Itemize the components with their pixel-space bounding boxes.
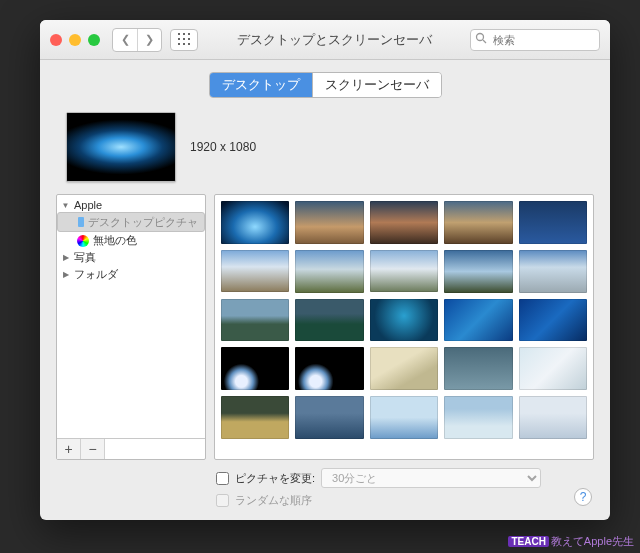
svg-rect-7 [183,43,185,45]
minimize-icon[interactable] [69,34,81,46]
tree-item[interactable]: 無地の色 [57,232,205,249]
wallpaper-thumbnail[interactable] [295,299,363,342]
tree-item[interactable]: ▶フォルダ [57,266,205,283]
random-order-label: ランダムな順序 [235,493,312,508]
traffic-lights [50,34,100,46]
tab-bar: デスクトップ スクリーンセーバ [56,72,594,98]
svg-rect-1 [183,33,185,35]
close-icon[interactable] [50,34,62,46]
tree-item[interactable]: デスクトップピクチャ [57,212,205,232]
random-order-row: ランダムな順序 [216,493,594,508]
wallpaper-preview [66,112,176,182]
zoom-icon[interactable] [88,34,100,46]
wallpaper-thumbnail[interactable] [295,250,363,293]
tab-screensaver[interactable]: スクリーンセーバ [312,73,441,97]
random-order-checkbox[interactable] [216,494,229,507]
wallpaper-thumbnail[interactable] [295,347,363,390]
svg-rect-3 [178,38,180,40]
watermark-text: 教えてApple先生 [551,535,634,547]
wallpaper-thumbnail[interactable] [519,347,587,390]
options-area: ピクチャを変更: 30分ごと ランダムな順序 [56,460,594,508]
disclosure-triangle-icon: ▼ [61,201,70,210]
titlebar: ❮ ❯ デスクトップとスクリーンセーバ [40,20,610,60]
wallpaper-thumbnail[interactable] [444,201,512,244]
wallpaper-thumbnail[interactable] [221,201,289,244]
folder-icon [78,217,84,227]
tree-item[interactable]: ▼Apple [57,198,205,212]
wallpaper-thumbnail[interactable] [519,250,587,293]
wallpaper-thumbnail[interactable] [519,201,587,244]
disclosure-triangle-icon: ▶ [61,270,70,279]
svg-line-10 [483,40,486,43]
wallpaper-thumbnail[interactable] [370,396,438,439]
show-all-button[interactable] [170,29,198,51]
disclosure-triangle-icon: ▶ [61,253,70,262]
change-picture-checkbox[interactable] [216,472,229,485]
svg-rect-5 [188,38,190,40]
preferences-window: ❮ ❯ デスクトップとスクリーンセーバ デスクトップ スクリーンセーバ [40,20,610,520]
change-picture-row: ピクチャを変更: 30分ごと [216,468,594,488]
grid-icon [178,33,190,47]
wallpaper-thumbnail[interactable] [444,299,512,342]
wallpaper-thumbnail[interactable] [519,396,587,439]
tree-item[interactable]: ▶写真 [57,249,205,266]
wallpaper-thumbnail[interactable] [221,347,289,390]
wallpaper-thumbnail[interactable] [221,396,289,439]
wallpaper-preview-image [67,113,175,181]
svg-rect-0 [178,33,180,35]
wallpaper-thumbnail[interactable] [370,347,438,390]
svg-rect-8 [188,43,190,45]
tree-item-label: フォルダ [74,267,118,282]
main-area: ▼Appleデスクトップピクチャ無地の色▶写真▶フォルダ + − [56,194,594,460]
remove-folder-button[interactable]: − [81,439,105,459]
search-icon [475,32,487,47]
wallpaper-thumbnail[interactable] [444,347,512,390]
thumbnail-grid [221,201,587,439]
change-interval-select[interactable]: 30分ごと [321,468,541,488]
back-button[interactable]: ❮ [113,29,137,51]
wallpaper-thumbnail[interactable] [221,250,289,293]
thumbnail-area [214,194,594,460]
forward-button[interactable]: ❯ [137,29,161,51]
svg-rect-4 [183,38,185,40]
wallpaper-thumbnail[interactable] [519,299,587,342]
source-tree[interactable]: ▼Appleデスクトップピクチャ無地の色▶写真▶フォルダ [57,195,205,438]
resolution-label: 1920 x 1080 [190,140,256,154]
colorwheel-icon [77,235,89,247]
search-wrap [470,29,600,51]
tab-desktop[interactable]: デスクトップ [210,73,312,97]
window-body: デスクトップ スクリーンセーバ 1920 x 1080 ▼Appleデスクトップ… [40,60,610,520]
wallpaper-thumbnail[interactable] [444,396,512,439]
nav-buttons: ❮ ❯ [112,28,162,52]
add-folder-button[interactable]: + [57,439,81,459]
tree-item-label: Apple [74,199,102,211]
source-sidebar: ▼Appleデスクトップピクチャ無地の色▶写真▶フォルダ + − [56,194,206,460]
change-picture-label: ピクチャを変更: [235,471,315,486]
help-button[interactable]: ? [574,488,592,506]
svg-rect-6 [178,43,180,45]
watermark: TEACH教えてApple先生 [508,534,634,549]
preview-row: 1920 x 1080 [56,112,594,194]
segmented-control: デスクトップ スクリーンセーバ [209,72,442,98]
wallpaper-thumbnail[interactable] [370,299,438,342]
wallpaper-thumbnail[interactable] [444,250,512,293]
window-title: デスクトップとスクリーンセーバ [206,31,462,49]
watermark-tag: TEACH [508,536,548,547]
search-input[interactable] [470,29,600,51]
svg-point-9 [477,33,484,40]
wallpaper-thumbnail[interactable] [370,201,438,244]
add-remove-bar: + − [57,438,205,459]
tree-item-label: 写真 [74,250,96,265]
wallpaper-thumbnail[interactable] [295,201,363,244]
svg-rect-2 [188,33,190,35]
wallpaper-thumbnail[interactable] [295,396,363,439]
wallpaper-thumbnail[interactable] [370,250,438,293]
wallpaper-thumbnail[interactable] [221,299,289,342]
tree-item-label: デスクトップピクチャ [88,215,198,230]
tree-item-label: 無地の色 [93,233,137,248]
